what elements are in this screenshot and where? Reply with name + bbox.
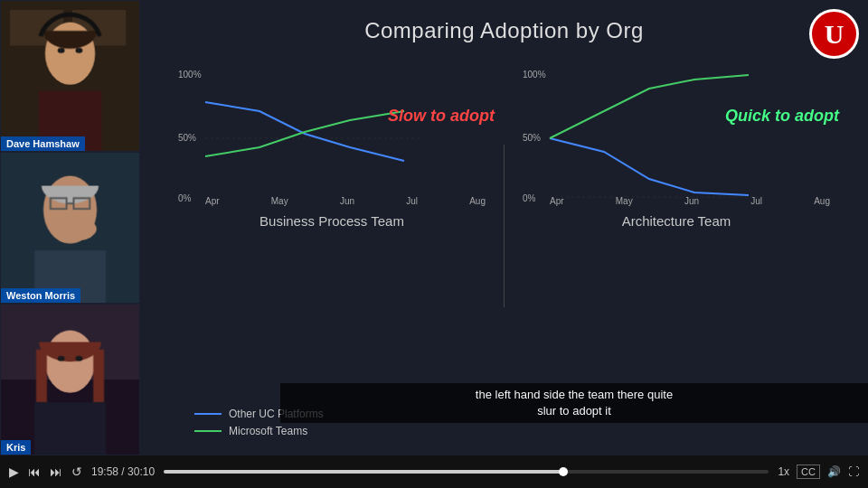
slide-title: Comparing Adoption by Org (364, 18, 644, 43)
chart-area-business: 100% 50% 0% Slow to adopt Apr May (178, 61, 486, 206)
svg-text:50%: 50% (523, 133, 541, 143)
x-label-jul-2: Jul (750, 196, 762, 206)
subtitle-line1: the left hand side the team there quite (289, 387, 859, 403)
play-button[interactable]: ▶ (9, 465, 19, 479)
legend-line-teams (194, 430, 222, 432)
volume-button[interactable]: 🔊 (827, 465, 841, 478)
svg-text:100%: 100% (178, 70, 202, 80)
name-badge-dave: Dave Hamshaw (1, 136, 85, 151)
annotation-slow: Slow to adopt (388, 107, 495, 126)
subtitle-line2: slur to adopt it (289, 403, 859, 419)
chart-label-business: Business Process Team (259, 213, 404, 229)
x-label-may-1: May (271, 196, 288, 206)
chart-svg-business: 100% 50% 0% (178, 61, 449, 206)
x-label-jul-1: Jul (406, 196, 418, 206)
skip-back-button[interactable]: ⏮ (28, 465, 41, 479)
svg-text:0%: 0% (523, 193, 536, 203)
chart-business-process: 100% 50% 0% Slow to adopt Apr May (178, 61, 486, 399)
video-feed-kris: Kris (0, 304, 140, 455)
legend-item-teams: Microsoft Teams (194, 425, 324, 437)
svg-text:50%: 50% (178, 133, 196, 143)
right-controls: 1x CC 🔊 ⛶ (778, 465, 859, 479)
chart-svg-architecture: 100% 50% 0% (523, 61, 794, 206)
subtitle-bar: the left hand side the team there quite … (280, 383, 868, 423)
time-display: 19:58 / 30:10 (91, 465, 155, 478)
annotation-quick: Quick to adopt (725, 107, 839, 126)
x-label-jun-1: Jun (340, 196, 354, 206)
x-label-apr-1: Apr (205, 196, 220, 206)
chart-area-architecture: 100% 50% 0% Quick to adopt Apr May (523, 61, 830, 206)
chart-label-architecture: Architecture Team (622, 213, 731, 229)
video-feed-weston: Weston Morris (0, 152, 140, 304)
name-badge-weston: Weston Morris (1, 288, 80, 303)
x-label-jun-2: Jun (684, 196, 699, 206)
legend-label-teams: Microsoft Teams (229, 425, 307, 437)
fullscreen-button[interactable]: ⛶ (848, 465, 859, 478)
legend-line-uc (194, 413, 222, 415)
svg-text:100%: 100% (523, 70, 546, 80)
svg-text:0%: 0% (178, 193, 192, 203)
chart-divider (504, 145, 505, 307)
progress-bar[interactable] (164, 470, 769, 474)
charts-row: 100% 50% 0% Slow to adopt Apr May (167, 61, 841, 399)
sidebar-video-feeds: Dave Hamshaw Weston Morris Kris (0, 0, 140, 455)
x-label-aug-2: Aug (814, 196, 830, 206)
x-label-aug-1: Aug (469, 196, 486, 206)
x-label-may-2: May (616, 196, 633, 206)
progress-dot (559, 467, 568, 476)
video-feed-dave: Dave Hamshaw (0, 0, 140, 152)
bottom-bar: ▶ ⏮ ⏭ ↺ 19:58 / 30:10 1x CC 🔊 ⛶ (0, 455, 868, 488)
progress-fill (164, 470, 563, 474)
loop-button[interactable]: ↺ (71, 465, 82, 479)
chart-architecture: 100% 50% 0% Quick to adopt Apr May (523, 61, 830, 399)
cc-button[interactable]: CC (797, 465, 820, 479)
presentation-area: U Comparing Adoption by Org 100% 50% 0% (140, 0, 868, 455)
speed-indicator[interactable]: 1x (778, 465, 789, 478)
skip-forward-button[interactable]: ⏭ (50, 465, 62, 479)
name-badge-kris: Kris (1, 440, 31, 455)
logo: U (809, 9, 859, 59)
x-label-apr-2: Apr (550, 196, 564, 206)
